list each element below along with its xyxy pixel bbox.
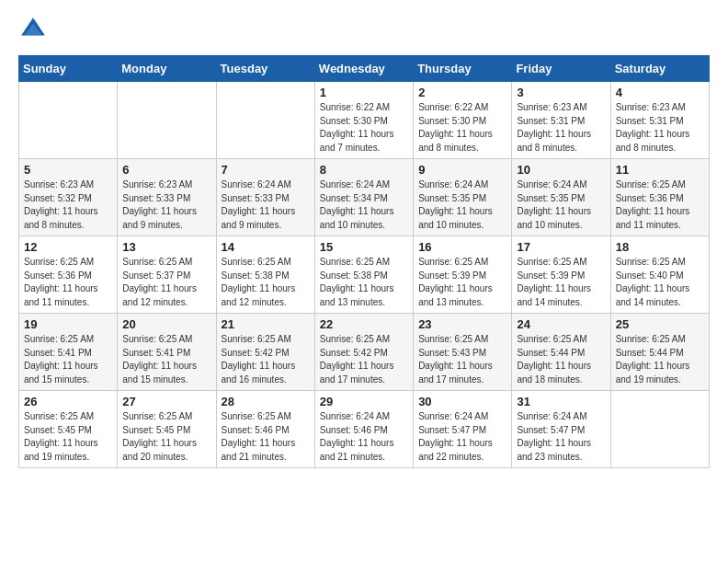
calendar-cell: 1Sunrise: 6:22 AM Sunset: 5:30 PM Daylig… <box>314 82 413 159</box>
day-info: Sunrise: 6:23 AM Sunset: 5:31 PM Dayligh… <box>616 101 704 155</box>
day-number: 18 <box>616 240 704 254</box>
day-number: 7 <box>222 163 310 177</box>
day-info: Sunrise: 6:25 AM Sunset: 5:38 PM Dayligh… <box>320 256 408 309</box>
day-number: 20 <box>122 317 210 331</box>
day-number: 17 <box>517 240 605 254</box>
calendar-cell: 11Sunrise: 6:25 AM Sunset: 5:36 PM Dayli… <box>610 159 709 236</box>
day-number: 14 <box>222 240 310 254</box>
calendar-cell: 8Sunrise: 6:24 AM Sunset: 5:34 PM Daylig… <box>314 159 413 236</box>
calendar-cell: 17Sunrise: 6:25 AM Sunset: 5:39 PM Dayli… <box>512 236 610 314</box>
page-header <box>18 15 710 44</box>
day-info: Sunrise: 6:25 AM Sunset: 5:41 PM Dayligh… <box>122 333 210 386</box>
day-number: 29 <box>320 395 408 408</box>
calendar-week-4: 19Sunrise: 6:25 AM Sunset: 5:41 PM Dayli… <box>19 314 710 391</box>
logo-icon <box>18 15 48 44</box>
calendar-cell: 26Sunrise: 6:25 AM Sunset: 5:45 PM Dayli… <box>19 391 118 468</box>
calendar-cell: 13Sunrise: 6:25 AM Sunset: 5:37 PM Dayli… <box>118 236 216 314</box>
calendar-cell: 3Sunrise: 6:23 AM Sunset: 5:31 PM Daylig… <box>512 82 610 159</box>
calendar-cell: 5Sunrise: 6:23 AM Sunset: 5:32 PM Daylig… <box>19 159 118 236</box>
day-number: 11 <box>616 163 704 177</box>
day-info: Sunrise: 6:25 AM Sunset: 5:36 PM Dayligh… <box>24 256 112 309</box>
day-number: 6 <box>122 163 210 177</box>
day-info: Sunrise: 6:25 AM Sunset: 5:38 PM Dayligh… <box>222 256 310 309</box>
day-number: 4 <box>616 86 704 99</box>
day-number: 5 <box>24 163 112 177</box>
calendar-cell: 30Sunrise: 6:24 AM Sunset: 5:47 PM Dayli… <box>414 391 512 468</box>
calendar-cell: 9Sunrise: 6:24 AM Sunset: 5:35 PM Daylig… <box>414 159 512 236</box>
day-info: Sunrise: 6:25 AM Sunset: 5:41 PM Dayligh… <box>24 333 112 386</box>
day-number: 30 <box>418 395 506 408</box>
calendar-cell: 29Sunrise: 6:24 AM Sunset: 5:46 PM Dayli… <box>314 391 413 468</box>
calendar-cell: 15Sunrise: 6:25 AM Sunset: 5:38 PM Dayli… <box>314 236 413 314</box>
day-number: 27 <box>122 395 210 408</box>
day-info: Sunrise: 6:25 AM Sunset: 5:44 PM Dayligh… <box>517 333 605 386</box>
day-number: 8 <box>320 163 408 177</box>
day-number: 28 <box>222 395 310 408</box>
day-number: 23 <box>418 317 506 331</box>
calendar-header-row: SundayMondayTuesdayWednesdayThursdayFrid… <box>19 56 710 82</box>
calendar-cell: 25Sunrise: 6:25 AM Sunset: 5:44 PM Dayli… <box>610 314 709 391</box>
day-info: Sunrise: 6:24 AM Sunset: 5:34 PM Dayligh… <box>320 178 408 232</box>
day-info: Sunrise: 6:25 AM Sunset: 5:45 PM Dayligh… <box>122 410 210 464</box>
calendar-cell: 18Sunrise: 6:25 AM Sunset: 5:40 PM Dayli… <box>610 236 709 314</box>
day-info: Sunrise: 6:25 AM Sunset: 5:45 PM Dayligh… <box>24 410 112 464</box>
day-info: Sunrise: 6:22 AM Sunset: 5:30 PM Dayligh… <box>320 101 408 155</box>
calendar-cell: 21Sunrise: 6:25 AM Sunset: 5:42 PM Dayli… <box>216 314 314 391</box>
day-info: Sunrise: 6:22 AM Sunset: 5:30 PM Dayligh… <box>418 101 506 155</box>
day-info: Sunrise: 6:24 AM Sunset: 5:35 PM Dayligh… <box>418 178 506 232</box>
day-info: Sunrise: 6:25 AM Sunset: 5:46 PM Dayligh… <box>222 410 310 464</box>
day-info: Sunrise: 6:25 AM Sunset: 5:42 PM Dayligh… <box>222 333 310 386</box>
day-header-thursday: Thursday <box>414 56 512 82</box>
day-number: 31 <box>517 395 605 408</box>
day-info: Sunrise: 6:25 AM Sunset: 5:37 PM Dayligh… <box>122 256 210 309</box>
day-info: Sunrise: 6:25 AM Sunset: 5:40 PM Dayligh… <box>616 256 704 309</box>
calendar-cell: 4Sunrise: 6:23 AM Sunset: 5:31 PM Daylig… <box>610 82 709 159</box>
calendar-cell: 20Sunrise: 6:25 AM Sunset: 5:41 PM Dayli… <box>118 314 216 391</box>
logo <box>18 15 51 44</box>
day-header-friday: Friday <box>512 56 610 82</box>
calendar-cell <box>118 82 216 159</box>
day-info: Sunrise: 6:24 AM Sunset: 5:47 PM Dayligh… <box>418 410 506 464</box>
calendar-week-5: 26Sunrise: 6:25 AM Sunset: 5:45 PM Dayli… <box>19 391 710 468</box>
calendar-cell: 10Sunrise: 6:24 AM Sunset: 5:35 PM Dayli… <box>512 159 610 236</box>
calendar-cell: 22Sunrise: 6:25 AM Sunset: 5:42 PM Dayli… <box>314 314 413 391</box>
day-info: Sunrise: 6:24 AM Sunset: 5:35 PM Dayligh… <box>517 178 605 232</box>
calendar-table: SundayMondayTuesdayWednesdayThursdayFrid… <box>18 55 710 468</box>
day-info: Sunrise: 6:25 AM Sunset: 5:39 PM Dayligh… <box>517 256 605 309</box>
day-number: 12 <box>24 240 112 254</box>
day-header-wednesday: Wednesday <box>314 56 413 82</box>
day-info: Sunrise: 6:25 AM Sunset: 5:39 PM Dayligh… <box>418 256 506 309</box>
day-number: 15 <box>320 240 408 254</box>
day-header-saturday: Saturday <box>610 56 709 82</box>
calendar-week-1: 1Sunrise: 6:22 AM Sunset: 5:30 PM Daylig… <box>19 82 710 159</box>
day-number: 10 <box>517 163 605 177</box>
calendar-cell: 14Sunrise: 6:25 AM Sunset: 5:38 PM Dayli… <box>216 236 314 314</box>
day-info: Sunrise: 6:24 AM Sunset: 5:46 PM Dayligh… <box>320 410 408 464</box>
calendar-cell <box>19 82 118 159</box>
calendar-cell: 6Sunrise: 6:23 AM Sunset: 5:33 PM Daylig… <box>118 159 216 236</box>
calendar-week-3: 12Sunrise: 6:25 AM Sunset: 5:36 PM Dayli… <box>19 236 710 314</box>
calendar-cell: 23Sunrise: 6:25 AM Sunset: 5:43 PM Dayli… <box>414 314 512 391</box>
day-number: 2 <box>418 86 506 99</box>
day-info: Sunrise: 6:25 AM Sunset: 5:36 PM Dayligh… <box>616 178 704 232</box>
calendar-cell: 27Sunrise: 6:25 AM Sunset: 5:45 PM Dayli… <box>118 391 216 468</box>
day-number: 26 <box>24 395 112 408</box>
day-info: Sunrise: 6:24 AM Sunset: 5:33 PM Dayligh… <box>222 178 310 232</box>
day-number: 22 <box>320 317 408 331</box>
day-info: Sunrise: 6:24 AM Sunset: 5:47 PM Dayligh… <box>517 410 605 464</box>
day-header-sunday: Sunday <box>19 56 118 82</box>
day-number: 3 <box>517 86 605 99</box>
day-number: 16 <box>418 240 506 254</box>
day-info: Sunrise: 6:23 AM Sunset: 5:31 PM Dayligh… <box>517 101 605 155</box>
calendar-cell <box>610 391 709 468</box>
calendar-cell: 24Sunrise: 6:25 AM Sunset: 5:44 PM Dayli… <box>512 314 610 391</box>
day-header-tuesday: Tuesday <box>216 56 314 82</box>
day-info: Sunrise: 6:23 AM Sunset: 5:33 PM Dayligh… <box>122 178 210 232</box>
day-number: 21 <box>222 317 310 331</box>
day-info: Sunrise: 6:25 AM Sunset: 5:44 PM Dayligh… <box>616 333 704 386</box>
day-number: 1 <box>320 86 408 99</box>
day-number: 24 <box>517 317 605 331</box>
day-number: 13 <box>122 240 210 254</box>
day-header-monday: Monday <box>118 56 216 82</box>
day-info: Sunrise: 6:25 AM Sunset: 5:43 PM Dayligh… <box>418 333 506 386</box>
